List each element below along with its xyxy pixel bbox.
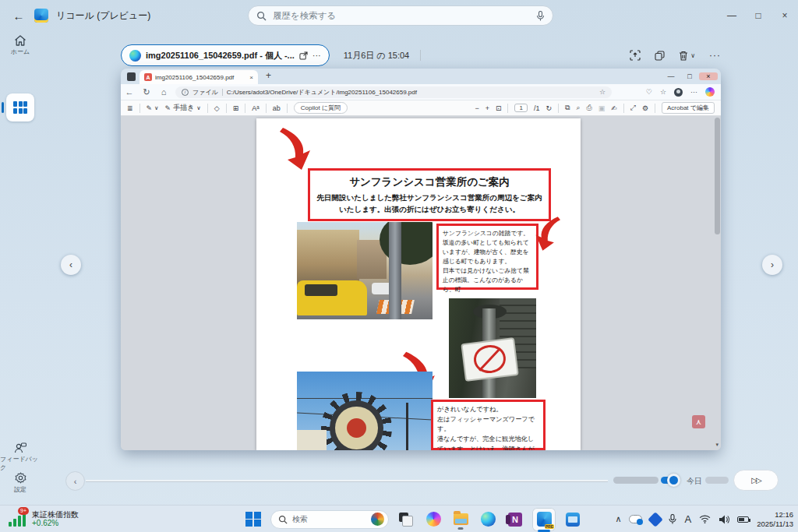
settings-gear-icon: ⚙ (642, 104, 648, 112)
favorites-icon: ☆ (660, 88, 666, 96)
photo-sign-pole (449, 298, 536, 398)
maximize-button[interactable]: □ (745, 0, 772, 31)
edge-taskbar-icon (481, 512, 496, 527)
pdf-note-bottom-box: がきれいなんですね。 左はフィッシャーマンズワーフです。 港なんですが、完全に観… (431, 400, 546, 450)
url-divider (222, 89, 223, 96)
ime-indicator[interactable]: A (684, 513, 691, 525)
recall-app-icon (34, 9, 48, 23)
red-arrow-annotation-1 (280, 128, 312, 170)
recall-titlebar: ← リコール (プレビュー) 履歴を検索する — □ × (0, 0, 798, 31)
recall-window-controls: — □ × (719, 0, 798, 31)
timeline-segment-gray-2[interactable] (705, 477, 729, 484)
page-number-field: 1 (514, 104, 527, 112)
timeline-today-label: 今日 (687, 476, 702, 487)
bookmark-star-icon: ☆ (599, 88, 606, 96)
edge-taskbar-button[interactable] (478, 509, 498, 530)
edge-icon (129, 50, 141, 62)
timeline-segment-gray-1[interactable] (613, 477, 659, 484)
clock-date: 2025/11/13 (757, 520, 793, 528)
task-view-button[interactable] (396, 509, 416, 530)
snapshot-timestamp: 11月6日 の 15:04 (344, 50, 409, 62)
tray-overflow-chevron[interactable]: ∧ (615, 514, 621, 524)
volume-icon[interactable] (719, 515, 729, 524)
recall-search-bar[interactable]: 履歴を検索する (248, 5, 553, 26)
outlook-icon (566, 513, 580, 527)
snapshot-source-pill[interactable]: img20251106_15042659.pdf - 個人 -... ··· (121, 44, 330, 66)
browser-tabstrip: A img20251106_15042659.pdf × + — □ × (121, 69, 721, 84)
red-arrow-annotation-2 (534, 217, 560, 251)
recall-taskbar-button[interactable]: PRE (532, 508, 556, 531)
start-button[interactable] (243, 509, 263, 530)
timeline-prev-button[interactable]: ‹ (65, 471, 85, 491)
pdf-title-box: サンフランシスコ営業所のご案内 先日開設いたしました弊社サンフランシスコ営業所の… (308, 168, 551, 221)
taskbar-search-box[interactable]: 検索 (270, 510, 389, 529)
copy-icon[interactable] (655, 51, 665, 61)
timeline-fast-forward-button[interactable]: ▷▷ (733, 470, 779, 491)
photo-street-taxi (297, 222, 433, 319)
viewer-scrollbar[interactable] (715, 118, 720, 234)
taskbar-clock[interactable]: 12:16 2025/11/13 (757, 510, 793, 528)
read-aloud-icon: ab (273, 104, 281, 112)
taskbar-search-icon (278, 515, 288, 524)
widgets-button[interactable]: 9+ 東証株価指数 +0.62% (8, 509, 79, 528)
snapshot-browser-window[interactable]: A img20251106_15042659.pdf × + — □ × ← ↻… (121, 69, 721, 450)
window-title: リコール (プレビュー) (56, 9, 150, 23)
fullscreen-icon: ⤢ (630, 104, 636, 112)
onedrive-icon[interactable] (629, 515, 642, 523)
browser-close-icon: × (699, 72, 718, 80)
copilot-taskbar-button[interactable] (423, 509, 443, 530)
recall-sidebar: ホーム フィードバック 設定 (0, 31, 41, 505)
prev-snapshot-button[interactable]: ‹ (61, 255, 81, 275)
browser-toolbar-icons: ♡ ☆ ··· (646, 87, 715, 97)
tray-microphone-icon[interactable] (669, 514, 676, 524)
back-button[interactable]: ← (8, 5, 30, 26)
microphone-icon[interactable] (536, 11, 545, 21)
pdf-note-bottom-text: がきれいなんですね。 左はフィッシャーマンズワーフです。 港なんですが、完全に観… (433, 402, 543, 450)
search-doc-icon: ⌕ (576, 104, 580, 112)
browser-home-icon: ⌂ (155, 87, 172, 97)
onenote-button[interactable]: N (505, 509, 525, 530)
acrobat-fab[interactable]: ⋏ (692, 415, 705, 428)
fit-page-icon: ⊡ (496, 104, 502, 112)
taskbar: 9+ 東証株価指数 +0.62% 検索 N PRE (0, 505, 798, 532)
windows-logo-icon (245, 512, 261, 527)
timeline-track[interactable] (86, 480, 608, 481)
screenray-icon[interactable] (630, 50, 641, 61)
search-icon (256, 11, 267, 21)
draw-tool: ✎ 手描き ∨ (165, 103, 201, 113)
minimize-button[interactable]: — (719, 0, 745, 31)
pdf-toolbar: ≣ ✎ ∨ ✎ 手描き ∨ ◇ ⊞ Aᵃ ab Copilot に質問 − + … (121, 100, 721, 116)
eraser-icon: ◇ (214, 104, 220, 112)
trash-icon (679, 51, 688, 61)
open-external-icon[interactable] (299, 51, 308, 60)
delete-split-button[interactable]: ∨ (679, 51, 695, 61)
edit-sign-icon: ✍ (611, 104, 617, 112)
sidebar-item-home[interactable]: ホーム (0, 35, 41, 56)
scroll-down-arrow[interactable]: ▾ (715, 442, 719, 448)
security-app-icon[interactable] (648, 512, 664, 527)
snapshot-source-label: img20251106_15042659.pdf - 個人 -... (146, 50, 295, 62)
more-actions-button[interactable]: ··· (709, 50, 721, 61)
new-tab-icon: + (266, 70, 271, 81)
sidebar-selected-indicator (2, 102, 4, 113)
snapshot-actions: ∨ ··· (630, 50, 721, 61)
timeline-slider-knob[interactable] (667, 474, 680, 487)
browser-more-icon: ··· (690, 88, 697, 96)
browser-back-icon: ← (121, 87, 138, 97)
next-snapshot-button[interactable]: › (762, 255, 782, 275)
close-button[interactable]: × (772, 0, 798, 31)
pdf-page: サンフランシスコ営業所のご案内 先日開設いたしました弊社サンフランシスコ営業所の… (256, 118, 581, 450)
zoom-out-icon: − (475, 104, 478, 112)
pill-more-icon[interactable]: ··· (312, 51, 321, 60)
pdf-doc-title: サンフランシスコ営業所のご案内 (310, 175, 549, 189)
browser-minimize-icon: — (662, 72, 680, 80)
browser-essentials-icon: ♡ (646, 88, 652, 96)
sidebar-item-apps[interactable] (6, 93, 34, 122)
battery-icon[interactable] (737, 516, 749, 523)
profile-avatar (674, 88, 683, 97)
pdf-file-icon: A (144, 73, 152, 81)
outlook-button[interactable] (563, 509, 583, 530)
file-explorer-button[interactable] (450, 509, 471, 530)
wifi-icon[interactable] (699, 515, 711, 523)
search-highlight-icon (371, 513, 384, 526)
